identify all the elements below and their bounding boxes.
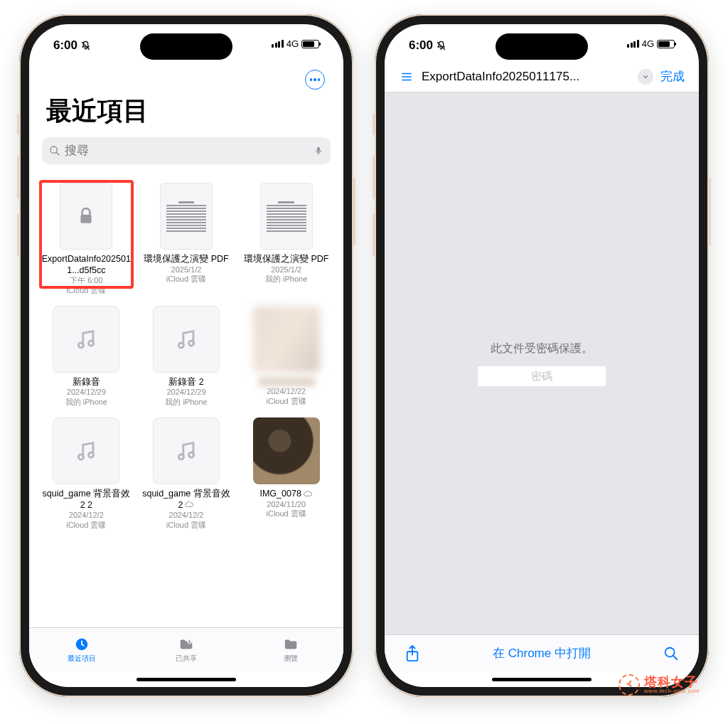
svg-point-9 (89, 452, 94, 457)
file-thumb-audio (53, 417, 119, 484)
file-location: 我的 iPhone (165, 398, 207, 408)
file-item[interactable]: squid_game 背景音效2 2024/12/2 iCloud 雲碟 (139, 415, 234, 533)
file-name: squid_game 背景音效2 2 (41, 489, 132, 511)
file-item[interactable]: 環境保護之演變 PDF 2025/1/2 iCloud 雲碟 (139, 180, 234, 299)
file-location: iCloud 雲碟 (267, 509, 306, 519)
file-meta: 2025/1/2 (171, 265, 202, 275)
file-location: iCloud 雲碟 (66, 521, 106, 531)
file-name (258, 377, 315, 387)
file-location: 我的 iPhone (265, 275, 307, 284)
file-thumb-audio (153, 306, 220, 373)
nav-bar: ExportDataInfo2025011175... 完成 (385, 67, 699, 92)
watermark-title: 塔科女子 (644, 676, 700, 688)
tab-recent[interactable]: 最近項目 (29, 628, 134, 671)
tab-shared[interactable]: 已共享 (134, 628, 238, 671)
bottom-toolbar: 在 Chrome 中打開 (385, 634, 699, 671)
files-grid: ExportDataInfo2025011...d5f5cc 下午 6:00 i… (29, 174, 343, 627)
battery-icon (301, 40, 319, 48)
file-meta: 2024/12/22 (267, 387, 306, 397)
status-time: 6:00 (409, 38, 433, 53)
file-location: iCloud 雲碟 (267, 397, 306, 407)
clock-icon (73, 637, 90, 652)
file-thumb-image (253, 417, 320, 484)
cellular-signal-icon (272, 40, 284, 48)
file-meta: 2024/12/29 (67, 388, 106, 398)
file-name: ExportDataInfo2025011...d5f5cc (41, 254, 132, 276)
password-input[interactable]: 密碼 (478, 366, 606, 386)
search-input[interactable] (65, 144, 309, 158)
cellular-label: 4G (287, 38, 299, 49)
chevron-down-icon (642, 73, 649, 80)
watermark-url: www.tech-girlz.com (644, 688, 700, 694)
file-item[interactable]: 新錄音 2024/12/29 我的 iPhone (39, 303, 134, 410)
cloud-download-icon (303, 491, 313, 498)
music-note-icon (174, 327, 198, 351)
search-icon (49, 145, 60, 156)
cloud-download-icon (184, 501, 194, 509)
document-area: 此文件受密碼保護。 密碼 (385, 92, 699, 634)
phone-frame-left: 6:00 4G 最近項目 (19, 14, 353, 697)
svg-point-4 (79, 343, 84, 348)
home-indicator[interactable] (29, 671, 343, 687)
dynamic-island (140, 33, 232, 60)
silent-mode-icon (80, 41, 91, 51)
file-meta: 2024/12/29 (166, 388, 205, 398)
file-thumb-blurred (253, 306, 320, 373)
document-title: ExportDataInfo2025011175... (422, 70, 631, 84)
svg-point-14 (188, 640, 190, 642)
file-thumb-audio (53, 306, 119, 373)
dynamic-island (496, 33, 588, 60)
password-protected-message: 此文件受密碼保護。 (491, 341, 593, 356)
battery-icon (657, 40, 675, 48)
tab-browse[interactable]: 瀏覽 (239, 628, 343, 671)
file-name: squid_game 背景音效2 (141, 489, 232, 511)
page-title: 最近項目 (29, 90, 343, 137)
file-name: 新錄音 (73, 377, 100, 388)
svg-rect-2 (317, 147, 320, 152)
folder-icon (282, 637, 299, 652)
file-location: 我的 iPhone (65, 398, 107, 408)
file-item[interactable]: 環境保護之演變 PDF 2025/1/2 我的 iPhone (239, 180, 333, 299)
open-in-chrome-button[interactable]: 在 Chrome 中打開 (493, 645, 591, 661)
done-button[interactable]: 完成 (660, 68, 685, 85)
status-time: 6:00 (53, 38, 77, 53)
svg-line-1 (56, 152, 59, 155)
file-name: 環境保護之演變 PDF (244, 254, 328, 265)
file-item[interactable]: 新錄音 2 2024/12/29 我的 iPhone (139, 303, 234, 410)
svg-rect-3 (81, 215, 92, 223)
file-item[interactable]: IMG_0078 2024/11/20 iCloud 雲碟 (239, 415, 333, 533)
title-dropdown-button[interactable] (638, 69, 653, 85)
file-thumb-audio (153, 417, 220, 484)
svg-point-10 (178, 454, 183, 459)
cellular-label: 4G (642, 38, 654, 49)
dictation-icon[interactable] (314, 144, 323, 157)
file-item[interactable]: 2024/12/22 iCloud 雲碟 (239, 303, 333, 410)
phone-frame-right: 6:00 4G ExportDataInfo2025011175... 完成 (375, 14, 709, 697)
music-note-icon (74, 327, 98, 351)
file-name: 新錄音 2 (168, 377, 203, 388)
silent-mode-icon (436, 41, 446, 51)
svg-line-17 (673, 655, 678, 659)
file-thumb-doc (160, 183, 213, 250)
file-meta: 2024/12/2 (69, 511, 104, 521)
share-icon[interactable] (405, 644, 420, 663)
file-meta: 2024/12/2 (169, 511, 204, 521)
more-options-button[interactable] (305, 70, 325, 90)
watermark: 塔科女子 www.tech-girlz.com (619, 674, 700, 696)
tab-bar: 最近項目 已共享 瀏覽 (29, 627, 343, 671)
file-thumb-doc (260, 183, 313, 250)
search-icon[interactable] (663, 646, 679, 661)
file-meta: 2025/1/2 (271, 265, 301, 275)
folder-shared-icon (178, 637, 195, 652)
music-note-icon (74, 439, 98, 463)
file-item[interactable]: squid_game 背景音效2 2 2024/12/2 iCloud 雲碟 (39, 415, 134, 533)
search-field[interactable] (42, 137, 331, 164)
file-thumb-locked (60, 183, 112, 250)
svg-point-7 (189, 341, 194, 346)
file-location: iCloud 雲碟 (166, 275, 206, 284)
file-location: iCloud 雲碟 (166, 521, 206, 531)
svg-point-8 (79, 454, 84, 459)
music-note-icon (174, 439, 198, 463)
file-item[interactable]: ExportDataInfo2025011...d5f5cc 下午 6:00 i… (39, 180, 134, 299)
list-icon[interactable] (399, 70, 414, 83)
